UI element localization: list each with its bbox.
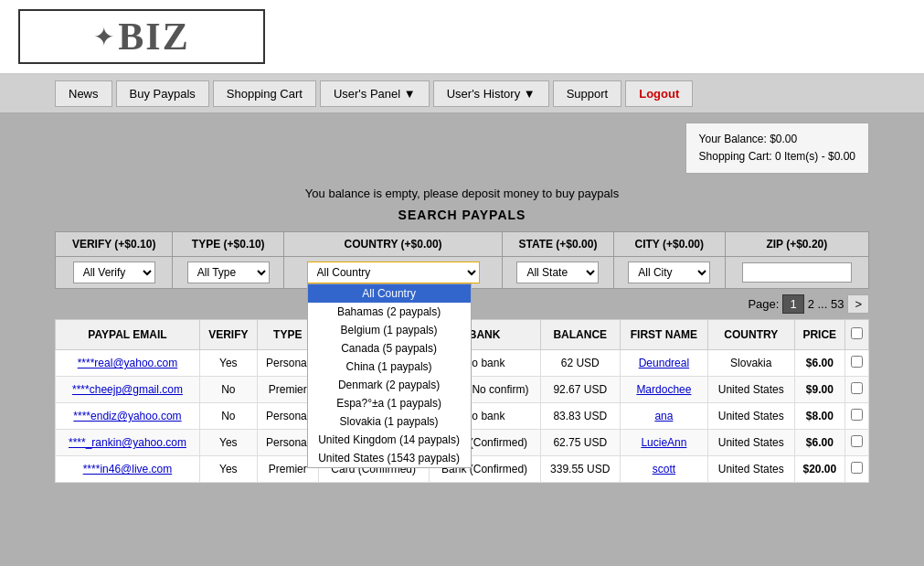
country-option-slovakia[interactable]: Slovakia (1 paypals) (308, 412, 471, 431)
balance-line1: Your Balance: $0.00 (699, 131, 855, 148)
cell-firstname[interactable]: Mardochee (620, 377, 707, 403)
page-next-button[interactable]: > (847, 294, 869, 314)
country-select[interactable]: All Country Bahamas (2 paypals) Belgium … (307, 262, 480, 283)
cell-firstname[interactable]: scott (620, 456, 707, 483)
country-dropdown-container: All Country Bahamas (2 paypals) Belgium … (307, 262, 480, 283)
logo-box: ✦ BIZ (18, 9, 265, 64)
cell-price: $9.00 (794, 377, 844, 403)
nav-support[interactable]: Support (553, 80, 622, 107)
balance-box: Your Balance: $0.00 Shopping Cart: 0 Ite… (685, 123, 869, 174)
page-1-button[interactable]: 1 (782, 294, 803, 314)
email-link[interactable]: ****_rankin@yahoo.com (69, 436, 186, 449)
nav-users-history[interactable]: User's History ▼ (433, 80, 549, 107)
country-option-espana[interactable]: Espa?°±a (1 paypals) (308, 394, 471, 412)
cell-country: United States (707, 403, 794, 430)
navbar: News Buy Paypals Shopping Cart User's Pa… (0, 75, 924, 113)
cell-country: United States (707, 430, 794, 456)
cell-firstname[interactable]: LucieAnn (620, 430, 707, 456)
country-option-canada[interactable]: Canada (5 paypals) (308, 339, 471, 358)
col-select-all (845, 320, 869, 350)
page-label: Page: (748, 297, 779, 311)
type-select[interactable]: All Type (187, 262, 270, 283)
main-content: You balance is empty, please deposit mon… (0, 177, 924, 501)
filter-header-zip: ZIP (+$0.20) (725, 232, 868, 257)
cell-price: $20.00 (794, 456, 844, 483)
cell-price: $6.00 (794, 350, 844, 377)
country-option-china[interactable]: China (1 paypals) (308, 358, 471, 376)
country-option-belgium[interactable]: Belgium (1 paypals) (308, 321, 471, 339)
nav-news[interactable]: News (55, 80, 112, 107)
email-link[interactable]: ****real@yahoo.com (78, 357, 178, 369)
cell-checkbox (845, 430, 869, 456)
country-option-all[interactable]: All Country (308, 284, 471, 303)
row-checkbox[interactable] (851, 435, 863, 447)
filter-header-city: CITY (+$0.00) (613, 232, 725, 257)
filter-header-state: STATE (+$0.00) (503, 232, 614, 257)
country-dropdown-list: All Country Bahamas (2 paypals) Belgium … (307, 283, 472, 468)
cell-price: $6.00 (794, 430, 844, 456)
nav-users-panel[interactable]: User's Panel ▼ (320, 80, 430, 107)
filter-header-country: COUNTRY (+$0.00) (284, 232, 503, 257)
city-select[interactable]: All City (628, 262, 710, 283)
cell-verify: Yes (199, 456, 257, 483)
header: ✦ BIZ (0, 0, 924, 75)
cell-checkbox (845, 350, 869, 377)
row-checkbox[interactable] (851, 382, 863, 394)
cell-verify: No (199, 377, 257, 403)
country-option-bahamas[interactable]: Bahamas (2 paypals) (308, 303, 471, 321)
cell-checkbox (845, 456, 869, 483)
nav-buy-paypals[interactable]: Buy Paypals (116, 80, 209, 107)
select-all-checkbox[interactable] (851, 327, 863, 339)
logo-biz-text: BIZ (118, 15, 189, 59)
filter-table: VERIFY (+$0.10) TYPE (+$0.10) COUNTRY (+… (55, 231, 869, 289)
country-option-us[interactable]: United States (1543 paypals) (308, 449, 471, 467)
balance-line2: Shopping Cart: 0 Item(s) - $0.00 (699, 148, 855, 166)
cell-email[interactable]: ****real@yahoo.com (56, 350, 200, 377)
cell-firstname[interactable]: ana (620, 403, 707, 430)
filter-header-type: TYPE (+$0.10) (173, 232, 284, 257)
firstname-link[interactable]: ana (654, 410, 673, 422)
filter-cell-verify: All Verify (56, 257, 173, 289)
col-country: COUNTRY (707, 320, 794, 350)
filter-cell-type: All Type (173, 257, 284, 289)
col-price: PRICE (794, 320, 844, 350)
cell-email[interactable]: ****endiz@yahoo.com (56, 403, 200, 430)
cell-email[interactable]: ****cheejp@gmail.com (56, 377, 200, 403)
cell-checkbox (845, 403, 869, 430)
firstname-link[interactable]: Mardochee (636, 383, 691, 396)
col-verify: VERIFY (199, 320, 257, 350)
firstname-link[interactable]: Deundreal (639, 357, 689, 369)
verify-select[interactable]: All Verify (73, 262, 155, 283)
firstname-link[interactable]: LucieAnn (641, 436, 686, 449)
state-select[interactable]: All State (516, 262, 599, 283)
cell-email[interactable]: ****in46@live.com (56, 456, 200, 483)
cell-country: Slovakia (707, 350, 794, 377)
cell-balance: 62 USD (540, 350, 620, 377)
email-link[interactable]: ****cheejp@gmail.com (72, 383, 183, 396)
notice-text: You balance is empty, please deposit mon… (55, 177, 869, 204)
balance-area: Your Balance: $0.00 Shopping Cart: 0 Ite… (0, 113, 924, 177)
filter-cell-zip (725, 257, 868, 289)
zip-input[interactable] (742, 262, 852, 283)
cell-email[interactable]: ****_rankin@yahoo.com (56, 430, 200, 456)
email-link[interactable]: ****endiz@yahoo.com (73, 410, 181, 422)
row-checkbox[interactable] (851, 409, 863, 421)
filter-header-verify: VERIFY (+$0.10) (56, 232, 173, 257)
nav-logout[interactable]: Logout (625, 80, 693, 107)
logo-star-icon: ✦ (93, 22, 114, 52)
nav-shopping-cart[interactable]: Shopping Cart (213, 80, 316, 107)
email-link[interactable]: ****in46@live.com (83, 463, 173, 475)
country-option-denmark[interactable]: Denmark (2 paypals) (308, 376, 471, 394)
cell-balance: 62.75 USD (540, 430, 620, 456)
cell-firstname[interactable]: Deundreal (620, 350, 707, 377)
cell-country: United States (707, 377, 794, 403)
row-checkbox[interactable] (851, 462, 863, 474)
cell-balance: 92.67 USD (540, 377, 620, 403)
filter-cell-city: All City (613, 257, 725, 289)
firstname-link[interactable]: scott (653, 463, 675, 475)
cell-country: United States (707, 456, 794, 483)
cell-verify: Yes (199, 350, 257, 377)
cell-balance: 83.83 USD (540, 403, 620, 430)
country-option-uk[interactable]: United Kingdom (14 paypals) (308, 431, 471, 449)
row-checkbox[interactable] (851, 356, 863, 368)
